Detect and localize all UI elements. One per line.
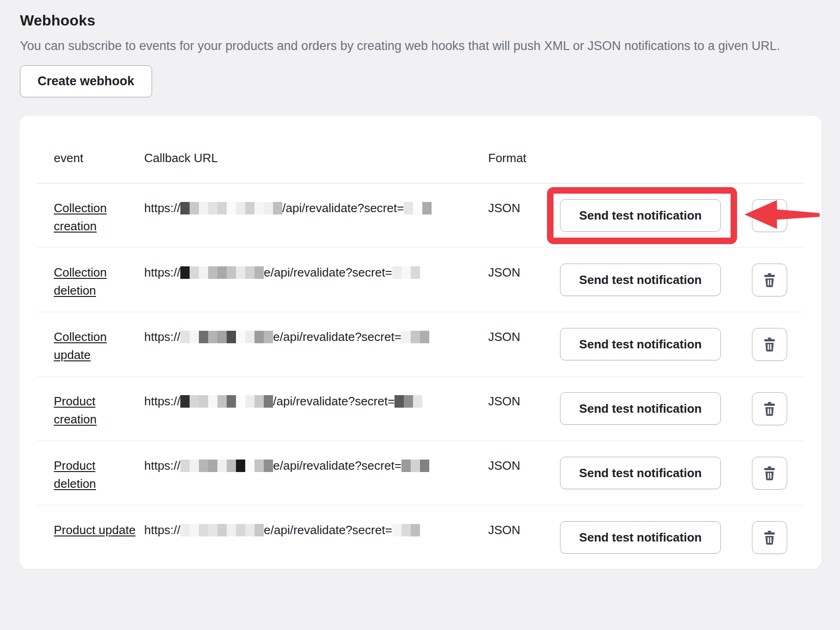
url-prefix-text: https:// bbox=[144, 457, 180, 475]
action-cell: Send test notification bbox=[560, 199, 752, 232]
table-row: Collection deletion https://e/api/revali… bbox=[37, 247, 804, 312]
table-row: Collection creation https:///api/revalid… bbox=[37, 183, 804, 247]
send-test-notification-button[interactable]: Send test notification bbox=[560, 457, 721, 489]
callback-url-cell: https:///api/revalidate?secret= bbox=[144, 392, 488, 410]
format-value: JSON bbox=[488, 392, 560, 410]
event-cell: Product deletion bbox=[54, 457, 144, 493]
table-row: Product creation https:///api/revalidate… bbox=[37, 376, 804, 441]
delete-cell bbox=[752, 328, 787, 361]
url-path-text: e/api/revalidate?secret= bbox=[264, 264, 392, 282]
url-path-text: e/api/revalidate?secret= bbox=[273, 328, 401, 346]
url-path-text: e/api/revalidate?secret= bbox=[264, 521, 392, 539]
format-value: JSON bbox=[488, 457, 560, 475]
table-row: Product deletion https://e/api/revalidat… bbox=[37, 441, 804, 505]
action-cell: Send test notification bbox=[560, 521, 752, 554]
trash-icon bbox=[762, 465, 777, 482]
url-prefix-text: https:// bbox=[144, 328, 180, 346]
delete-webhook-button[interactable] bbox=[752, 392, 787, 425]
send-test-notification-button[interactable]: Send test notification bbox=[560, 264, 721, 296]
event-cell: Collection update bbox=[54, 328, 144, 364]
column-header-format: Format bbox=[488, 151, 560, 165]
trash-icon bbox=[762, 272, 777, 289]
action-cell: Send test notification bbox=[560, 392, 752, 425]
format-value: JSON bbox=[488, 328, 560, 346]
delete-webhook-button[interactable] bbox=[752, 199, 787, 232]
webhook-event-link[interactable]: Product deletion bbox=[54, 457, 137, 493]
webhooks-table-card: event Callback URL Format Collection cre… bbox=[19, 116, 821, 569]
redacted-host-pixelation bbox=[180, 266, 264, 279]
send-test-notification-button[interactable]: Send test notification bbox=[560, 199, 721, 232]
webhook-event-link[interactable]: Product creation bbox=[54, 392, 137, 428]
send-test-notification-button[interactable]: Send test notification bbox=[560, 328, 721, 360]
event-cell: Collection creation bbox=[54, 199, 144, 235]
format-value: JSON bbox=[488, 521, 560, 539]
column-header-callback-url: Callback URL bbox=[144, 151, 488, 165]
callback-url-cell: https://e/api/revalidate?secret= bbox=[144, 264, 488, 282]
redacted-host-pixelation bbox=[180, 524, 264, 536]
send-test-notification-button[interactable]: Send test notification bbox=[560, 392, 721, 425]
url-path-text: /api/revalidate?secret= bbox=[282, 199, 404, 217]
delete-cell bbox=[752, 457, 787, 490]
table-row: Collection update https://e/api/revalida… bbox=[37, 312, 804, 376]
callback-url-cell: https://e/api/revalidate?secret= bbox=[144, 328, 488, 346]
webhook-event-link[interactable]: Collection update bbox=[54, 328, 137, 364]
redacted-secret-pixelation bbox=[392, 524, 420, 536]
webhooks-description: You can subscribe to events for your pro… bbox=[20, 37, 787, 55]
page-title: Webhooks bbox=[20, 12, 821, 29]
url-prefix-text: https:// bbox=[144, 521, 180, 539]
trash-icon bbox=[762, 336, 777, 353]
table-header-row: event Callback URL Format bbox=[37, 116, 804, 183]
action-cell: Send test notification bbox=[560, 264, 752, 296]
event-cell: Product update bbox=[54, 521, 144, 539]
column-header-event: event bbox=[54, 151, 144, 165]
webhooks-settings-page: Webhooks You can subscribe to events for… bbox=[0, 0, 840, 569]
redacted-secret-pixelation bbox=[404, 202, 432, 214]
redacted-secret-pixelation bbox=[401, 460, 429, 472]
format-value: JSON bbox=[488, 264, 560, 282]
webhook-event-link[interactable]: Collection deletion bbox=[54, 264, 137, 300]
delete-cell bbox=[752, 392, 787, 425]
trash-icon bbox=[762, 208, 777, 224]
redacted-secret-pixelation bbox=[395, 395, 422, 408]
delete-webhook-button[interactable] bbox=[752, 264, 787, 296]
delete-webhook-button[interactable] bbox=[752, 521, 787, 554]
event-cell: Collection deletion bbox=[54, 264, 144, 300]
event-cell: Product creation bbox=[54, 392, 144, 428]
format-value: JSON bbox=[488, 199, 560, 217]
table-body: Collection creation https:///api/revalid… bbox=[37, 183, 804, 569]
webhook-event-link[interactable]: Product update bbox=[54, 521, 135, 539]
delete-webhook-button[interactable] bbox=[752, 328, 787, 361]
url-path-text: /api/revalidate?secret= bbox=[273, 392, 395, 410]
send-test-notification-button[interactable]: Send test notification bbox=[560, 521, 721, 554]
delete-cell bbox=[752, 264, 787, 296]
table-row: Product update https://e/api/revalidate?… bbox=[37, 505, 804, 569]
action-cell: Send test notification bbox=[560, 457, 752, 489]
redacted-host-pixelation bbox=[180, 202, 282, 214]
trash-icon bbox=[762, 401, 777, 417]
redacted-secret-pixelation bbox=[392, 266, 420, 279]
url-prefix-text: https:// bbox=[144, 199, 180, 217]
redacted-host-pixelation bbox=[180, 395, 273, 408]
redacted-host-pixelation bbox=[180, 460, 273, 472]
delete-cell bbox=[752, 521, 787, 554]
url-prefix-text: https:// bbox=[144, 264, 180, 282]
trash-icon bbox=[762, 529, 777, 546]
delete-webhook-button[interactable] bbox=[752, 457, 787, 490]
webhook-event-link[interactable]: Collection creation bbox=[54, 199, 137, 235]
url-path-text: e/api/revalidate?secret= bbox=[273, 457, 401, 475]
url-prefix-text: https:// bbox=[144, 392, 180, 410]
delete-cell bbox=[752, 199, 787, 232]
action-cell: Send test notification bbox=[560, 328, 752, 360]
callback-url-cell: https://e/api/revalidate?secret= bbox=[144, 457, 488, 475]
redacted-host-pixelation bbox=[180, 331, 273, 343]
callback-url-cell: https://e/api/revalidate?secret= bbox=[144, 521, 488, 539]
callback-url-cell: https:///api/revalidate?secret= bbox=[144, 199, 488, 217]
create-webhook-button[interactable]: Create webhook bbox=[20, 65, 152, 97]
redacted-secret-pixelation bbox=[401, 331, 429, 343]
